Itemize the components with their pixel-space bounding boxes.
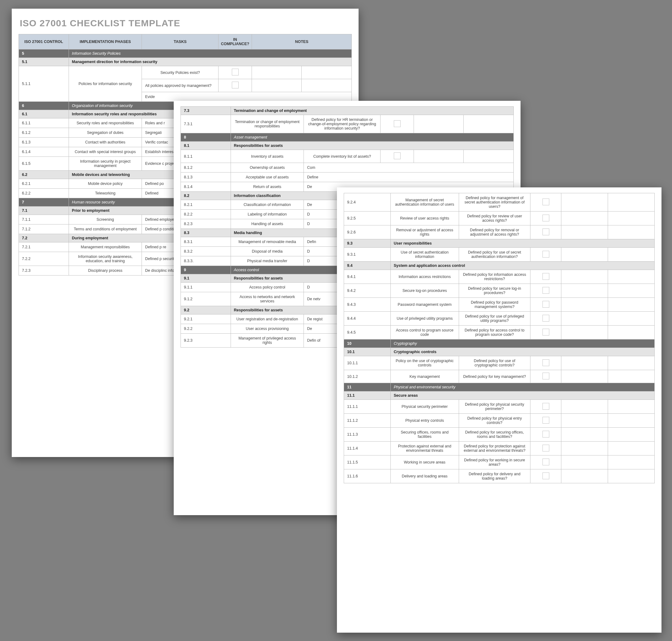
phase-cell: Management responsibilities xyxy=(69,242,142,252)
notes-cell[interactable] xyxy=(561,193,608,212)
notes-cell[interactable] xyxy=(561,248,608,262)
header-tasks: TASKS xyxy=(142,34,219,50)
notes-cell[interactable] xyxy=(414,150,464,163)
compliance-checkbox[interactable] xyxy=(543,301,549,308)
compliance-checkbox[interactable] xyxy=(232,82,238,88)
notes-cell[interactable] xyxy=(561,414,608,428)
notes-cell[interactable] xyxy=(608,270,655,284)
section-id: 9 xyxy=(181,266,231,274)
subsection-id: 7.3 xyxy=(181,107,231,115)
phase-cell: Disposal of media xyxy=(231,247,304,256)
compliance-checkbox[interactable] xyxy=(543,372,549,379)
notes-cell[interactable] xyxy=(608,400,655,414)
compliance-checkbox[interactable] xyxy=(543,229,549,235)
notes-cell[interactable] xyxy=(561,455,608,469)
notes-cell[interactable] xyxy=(302,66,352,79)
subsection-label: Termination and change of employment xyxy=(231,107,513,115)
compliance-checkbox[interactable] xyxy=(543,403,549,410)
notes-cell[interactable] xyxy=(608,414,655,428)
notes-cell[interactable] xyxy=(561,370,608,383)
subsection-label: User responsibilities xyxy=(390,239,654,248)
notes-cell[interactable] xyxy=(608,312,655,326)
notes-cell[interactable] xyxy=(251,66,302,79)
control-id: 9.2.5 xyxy=(344,212,391,226)
task-cell: Defined policy for use of secret authent… xyxy=(459,248,530,262)
notes-cell[interactable] xyxy=(561,356,608,370)
notes-cell[interactable] xyxy=(561,270,608,284)
compliance-checkbox[interactable] xyxy=(543,251,549,258)
phase-cell: Use of secret authentication information xyxy=(390,248,459,262)
notes-cell[interactable] xyxy=(302,79,352,92)
phase-cell: Use of privileged utility programs xyxy=(390,312,459,326)
compliance-checkbox[interactable] xyxy=(543,445,549,451)
table-row: 11.1.1Physical security perimeterDefined… xyxy=(344,400,655,414)
notes-cell[interactable] xyxy=(464,150,514,163)
notes-cell[interactable] xyxy=(561,441,608,455)
phase-cell: Working in secure areas xyxy=(390,455,459,469)
compliance-checkbox[interactable] xyxy=(543,431,549,438)
notes-cell[interactable] xyxy=(608,193,655,212)
subsection-id: 9.3 xyxy=(344,239,391,248)
compliance-checkbox[interactable] xyxy=(543,287,549,294)
notes-cell[interactable] xyxy=(608,326,655,340)
phase-cell: User registration and de-registration xyxy=(231,314,304,324)
control-id: 8.3.1 xyxy=(181,237,231,247)
notes-cell[interactable] xyxy=(608,428,655,441)
notes-cell[interactable] xyxy=(561,212,608,226)
notes-cell[interactable] xyxy=(561,284,608,298)
phase-cell: Labeling of information xyxy=(231,210,304,219)
section-id: 10 xyxy=(344,340,391,348)
checklist-table-3: 9.2.4Management of secret authentication… xyxy=(344,193,655,483)
task-cell: Defined policy for information access re… xyxy=(459,270,530,284)
subsection-id: 6.2 xyxy=(19,171,69,179)
notes-cell[interactable] xyxy=(608,370,655,383)
notes-cell[interactable] xyxy=(608,226,655,239)
notes-cell[interactable] xyxy=(414,115,464,133)
control-id: 7.1.1 xyxy=(19,215,69,224)
compliance-checkbox[interactable] xyxy=(394,120,401,127)
compliance-checkbox[interactable] xyxy=(232,69,238,76)
compliance-checkbox[interactable] xyxy=(394,152,401,159)
notes-cell[interactable] xyxy=(464,115,514,133)
control-id: 6.1.1 xyxy=(19,119,69,128)
compliance-checkbox[interactable] xyxy=(543,459,549,465)
notes-cell[interactable] xyxy=(561,469,608,483)
notes-cell[interactable] xyxy=(608,455,655,469)
notes-cell[interactable] xyxy=(608,469,655,483)
compliance-cell xyxy=(530,414,561,428)
notes-cell[interactable] xyxy=(608,298,655,312)
compliance-checkbox[interactable] xyxy=(543,215,549,221)
compliance-cell xyxy=(530,428,561,441)
compliance-checkbox[interactable] xyxy=(543,417,549,424)
compliance-checkbox[interactable] xyxy=(543,199,549,205)
task-cell: Defined policy for delivery and loading … xyxy=(459,469,530,483)
task-cell: Defined policy for physical entry contro… xyxy=(459,414,530,428)
compliance-checkbox[interactable] xyxy=(543,273,549,280)
task-cell: Defined policy for password management s… xyxy=(459,298,530,312)
notes-cell[interactable] xyxy=(561,312,608,326)
compliance-checkbox[interactable] xyxy=(543,315,549,322)
phase-cell: Policy on the use of cryptographic contr… xyxy=(390,356,459,370)
notes-cell[interactable] xyxy=(608,212,655,226)
notes-cell[interactable] xyxy=(561,428,608,441)
compliance-checkbox[interactable] xyxy=(543,473,549,479)
subsection-label: System and application access control xyxy=(390,262,654,270)
notes-cell[interactable] xyxy=(561,400,608,414)
compliance-cell xyxy=(381,150,414,163)
notes-cell[interactable] xyxy=(608,356,655,370)
notes-cell[interactable] xyxy=(561,326,608,340)
notes-cell[interactable] xyxy=(608,441,655,455)
table-row: 7.3.1Termination or change of employment… xyxy=(181,115,514,133)
notes-cell[interactable] xyxy=(608,284,655,298)
compliance-cell xyxy=(530,441,561,455)
subsection-id: 8.1 xyxy=(181,141,231,150)
compliance-checkbox[interactable] xyxy=(543,359,549,366)
notes-cell[interactable] xyxy=(561,226,608,239)
notes-cell[interactable] xyxy=(561,298,608,312)
notes-cell[interactable] xyxy=(251,79,302,92)
notes-cell[interactable] xyxy=(608,248,655,262)
compliance-cell xyxy=(530,226,561,239)
compliance-checkbox[interactable] xyxy=(543,329,549,336)
phase-cell: Termination or change of employment resp… xyxy=(231,115,304,133)
table-row: 11.1.5Working in secure areasDefined pol… xyxy=(344,455,655,469)
